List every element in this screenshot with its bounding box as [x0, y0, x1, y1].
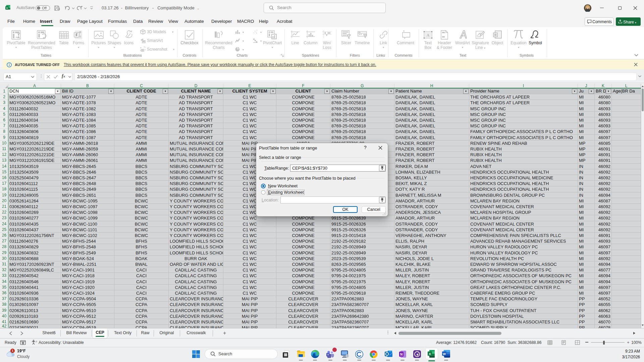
svg-text:T: T	[327, 353, 329, 356]
svg-text:x: x	[6, 6, 8, 9]
svg-text:X: X	[429, 352, 431, 356]
svg-text:W: W	[443, 352, 446, 356]
svg-text:A: A	[426, 33, 430, 38]
svg-text:?: ?	[36, 340, 37, 343]
svg-text:F: F	[75, 33, 77, 37]
svg-text:N: N	[400, 353, 402, 356]
